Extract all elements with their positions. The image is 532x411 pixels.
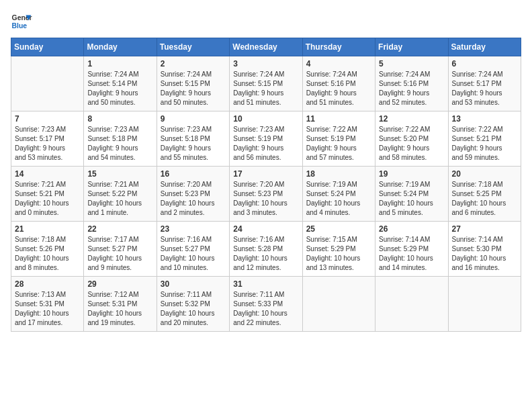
calendar-cell: 26Sunrise: 7:14 AM Sunset: 5:29 PM Dayli… <box>375 222 448 277</box>
day-number: 25 <box>306 224 371 234</box>
header-cell-saturday: Saturday <box>448 38 521 56</box>
cell-content: Sunrise: 7:20 AM Sunset: 5:23 PM Dayligh… <box>233 180 298 218</box>
day-number: 14 <box>15 169 80 179</box>
calendar-cell: 10Sunrise: 7:23 AM Sunset: 5:19 PM Dayli… <box>230 111 302 167</box>
day-number: 13 <box>452 114 517 124</box>
cell-content: Sunrise: 7:18 AM Sunset: 5:25 PM Dayligh… <box>452 180 517 218</box>
day-number: 18 <box>306 169 371 179</box>
day-number: 28 <box>15 279 80 289</box>
calendar-cell: 7Sunrise: 7:23 AM Sunset: 5:17 PM Daylig… <box>11 111 84 167</box>
header-cell-monday: Monday <box>84 38 157 56</box>
week-row-2: 7Sunrise: 7:23 AM Sunset: 5:17 PM Daylig… <box>11 111 521 167</box>
cell-content: Sunrise: 7:21 AM Sunset: 5:22 PM Dayligh… <box>87 180 152 218</box>
calendar-cell: 3Sunrise: 7:24 AM Sunset: 5:15 PM Daylig… <box>230 56 302 111</box>
calendar-cell: 1Sunrise: 7:24 AM Sunset: 5:14 PM Daylig… <box>84 56 157 111</box>
day-number: 20 <box>452 169 517 179</box>
day-number: 26 <box>379 224 444 234</box>
day-number: 15 <box>87 169 152 179</box>
cell-content: Sunrise: 7:17 AM Sunset: 5:27 PM Dayligh… <box>87 235 152 273</box>
day-number: 19 <box>379 169 444 179</box>
day-number: 22 <box>87 224 152 234</box>
day-number: 10 <box>233 114 298 124</box>
calendar-cell: 6Sunrise: 7:24 AM Sunset: 5:17 PM Daylig… <box>448 56 521 111</box>
day-number: 27 <box>452 224 517 234</box>
day-number: 31 <box>233 279 298 289</box>
calendar-cell: 25Sunrise: 7:15 AM Sunset: 5:29 PM Dayli… <box>302 222 375 277</box>
calendar-cell: 30Sunrise: 7:11 AM Sunset: 5:32 PM Dayli… <box>157 277 229 332</box>
calendar-cell: 19Sunrise: 7:19 AM Sunset: 5:24 PM Dayli… <box>375 167 448 222</box>
cell-content: Sunrise: 7:23 AM Sunset: 5:19 PM Dayligh… <box>233 125 298 163</box>
calendar-cell: 29Sunrise: 7:12 AM Sunset: 5:31 PM Dayli… <box>84 277 157 332</box>
calendar-cell: 14Sunrise: 7:21 AM Sunset: 5:21 PM Dayli… <box>11 167 84 222</box>
header-cell-wednesday: Wednesday <box>230 38 302 56</box>
calendar-cell <box>375 277 448 332</box>
header-cell-sunday: Sunday <box>11 38 84 56</box>
day-number: 9 <box>161 114 226 124</box>
cell-content: Sunrise: 7:11 AM Sunset: 5:33 PM Dayligh… <box>233 290 298 328</box>
logo: General Blue <box>11 11 32 32</box>
header-cell-friday: Friday <box>375 38 448 56</box>
calendar-cell <box>11 56 84 111</box>
calendar-cell: 24Sunrise: 7:16 AM Sunset: 5:28 PM Dayli… <box>230 222 302 277</box>
day-number: 30 <box>161 279 226 289</box>
cell-content: Sunrise: 7:12 AM Sunset: 5:31 PM Dayligh… <box>87 290 152 328</box>
day-number: 29 <box>87 279 152 289</box>
calendar-cell: 20Sunrise: 7:18 AM Sunset: 5:25 PM Dayli… <box>448 167 521 222</box>
calendar-cell: 23Sunrise: 7:16 AM Sunset: 5:27 PM Dayli… <box>157 222 229 277</box>
day-number: 12 <box>379 114 444 124</box>
calendar-cell: 22Sunrise: 7:17 AM Sunset: 5:27 PM Dayli… <box>84 222 157 277</box>
calendar-cell: 8Sunrise: 7:23 AM Sunset: 5:18 PM Daylig… <box>84 111 157 167</box>
calendar-table: SundayMondayTuesdayWednesdayThursdayFrid… <box>11 38 521 332</box>
cell-content: Sunrise: 7:24 AM Sunset: 5:17 PM Dayligh… <box>452 70 517 107</box>
day-number: 1 <box>87 59 152 68</box>
day-number: 3 <box>233 59 298 68</box>
logo-icon: General Blue <box>11 11 32 32</box>
cell-content: Sunrise: 7:16 AM Sunset: 5:28 PM Dayligh… <box>233 235 298 273</box>
cell-content: Sunrise: 7:22 AM Sunset: 5:19 PM Dayligh… <box>306 125 371 163</box>
calendar-cell: 15Sunrise: 7:21 AM Sunset: 5:22 PM Dayli… <box>84 167 157 222</box>
calendar-cell: 28Sunrise: 7:13 AM Sunset: 5:31 PM Dayli… <box>11 277 84 332</box>
header-cell-thursday: Thursday <box>302 38 375 56</box>
cell-content: Sunrise: 7:24 AM Sunset: 5:16 PM Dayligh… <box>306 70 371 107</box>
week-row-1: 1Sunrise: 7:24 AM Sunset: 5:14 PM Daylig… <box>11 56 521 111</box>
day-number: 7 <box>15 114 80 124</box>
day-number: 4 <box>306 59 371 68</box>
page-header: General Blue <box>11 11 521 32</box>
day-number: 17 <box>233 169 298 179</box>
cell-content: Sunrise: 7:15 AM Sunset: 5:29 PM Dayligh… <box>306 235 371 273</box>
calendar-cell <box>302 277 375 332</box>
day-number: 23 <box>161 224 226 234</box>
calendar-cell: 9Sunrise: 7:23 AM Sunset: 5:18 PM Daylig… <box>157 111 229 167</box>
cell-content: Sunrise: 7:13 AM Sunset: 5:31 PM Dayligh… <box>15 290 80 328</box>
day-number: 2 <box>161 59 226 68</box>
day-number: 8 <box>87 114 152 124</box>
cell-content: Sunrise: 7:24 AM Sunset: 5:15 PM Dayligh… <box>233 70 298 107</box>
calendar-cell: 2Sunrise: 7:24 AM Sunset: 5:15 PM Daylig… <box>157 56 229 111</box>
cell-content: Sunrise: 7:20 AM Sunset: 5:23 PM Dayligh… <box>161 180 226 218</box>
calendar-cell: 12Sunrise: 7:22 AM Sunset: 5:20 PM Dayli… <box>375 111 448 167</box>
day-number: 16 <box>161 169 226 179</box>
calendar-cell <box>448 277 521 332</box>
header-row: SundayMondayTuesdayWednesdayThursdayFrid… <box>11 38 521 56</box>
calendar-cell: 21Sunrise: 7:18 AM Sunset: 5:26 PM Dayli… <box>11 222 84 277</box>
cell-content: Sunrise: 7:19 AM Sunset: 5:24 PM Dayligh… <box>306 180 371 218</box>
calendar-cell: 17Sunrise: 7:20 AM Sunset: 5:23 PM Dayli… <box>230 167 302 222</box>
cell-content: Sunrise: 7:19 AM Sunset: 5:24 PM Dayligh… <box>379 180 444 218</box>
cell-content: Sunrise: 7:11 AM Sunset: 5:32 PM Dayligh… <box>161 290 226 328</box>
cell-content: Sunrise: 7:16 AM Sunset: 5:27 PM Dayligh… <box>161 235 226 273</box>
day-number: 21 <box>15 224 80 234</box>
week-row-3: 14Sunrise: 7:21 AM Sunset: 5:21 PM Dayli… <box>11 167 521 222</box>
cell-content: Sunrise: 7:14 AM Sunset: 5:29 PM Dayligh… <box>379 235 444 273</box>
cell-content: Sunrise: 7:23 AM Sunset: 5:18 PM Dayligh… <box>161 125 226 163</box>
cell-content: Sunrise: 7:23 AM Sunset: 5:18 PM Dayligh… <box>87 125 152 163</box>
calendar-cell: 18Sunrise: 7:19 AM Sunset: 5:24 PM Dayli… <box>302 167 375 222</box>
cell-content: Sunrise: 7:24 AM Sunset: 5:15 PM Dayligh… <box>161 70 226 107</box>
day-number: 5 <box>379 59 444 68</box>
calendar-cell: 13Sunrise: 7:22 AM Sunset: 5:21 PM Dayli… <box>448 111 521 167</box>
cell-content: Sunrise: 7:24 AM Sunset: 5:14 PM Dayligh… <box>87 70 152 107</box>
calendar-cell: 5Sunrise: 7:24 AM Sunset: 5:16 PM Daylig… <box>375 56 448 111</box>
day-number: 6 <box>452 59 517 68</box>
calendar-cell: 16Sunrise: 7:20 AM Sunset: 5:23 PM Dayli… <box>157 167 229 222</box>
calendar-cell: 27Sunrise: 7:14 AM Sunset: 5:30 PM Dayli… <box>448 222 521 277</box>
day-number: 24 <box>233 224 298 234</box>
